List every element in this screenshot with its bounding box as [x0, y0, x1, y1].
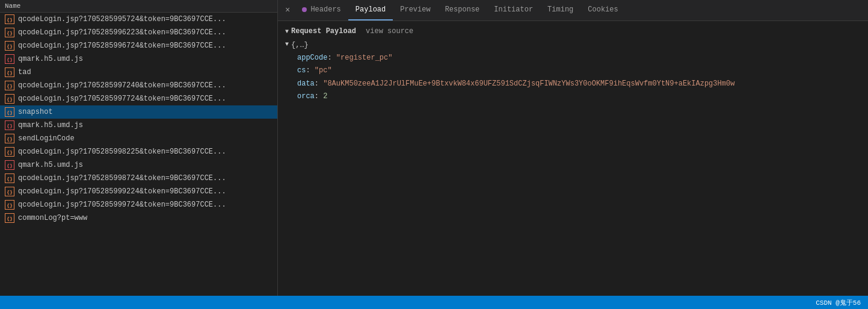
view-source-link[interactable]: view source [366, 27, 413, 36]
file-name-label: tad [18, 68, 31, 76]
file-type-icon: {} [5, 134, 14, 143]
list-item[interactable]: {}qcodeLogin.jsp?1705285995724&token=9BC… [0, 13, 277, 26]
tab-preview[interactable]: Preview [393, 0, 437, 20]
payload-title: ▼ Request Payload [285, 27, 356, 36]
file-type-icon: {} [5, 41, 14, 51]
file-name-label: qmark.h5.umd.js [18, 55, 83, 63]
json-appcode-key: appCode [297, 52, 327, 64]
list-item[interactable]: {}tad [0, 66, 277, 79]
list-item[interactable]: {}qmark.h5.umd.js [0, 52, 277, 66]
tab-label: Timing [547, 5, 573, 14]
list-item[interactable]: {}qcodeLogin.jsp?1705285998225&token=9BC… [0, 145, 277, 158]
tab-timing[interactable]: Timing [540, 0, 580, 20]
file-name-label: qcodeLogin.jsp?1705285998724&token=9BC36… [18, 174, 226, 183]
json-data-key: data [297, 78, 315, 90]
file-type-icon: {} [5, 94, 14, 104]
tab-label: Initiator [494, 5, 533, 14]
json-cs-colon: : [306, 65, 314, 76]
file-name-label: qcodeLogin.jsp?1705285997240&token=9BC36… [18, 81, 226, 90]
json-orca-key: orca [297, 91, 315, 102]
payload-content: ▼ {,…} appCode : "register_pc" cs : "pc" [278, 37, 868, 105]
json-root-line: ▼ {,…} [285, 39, 861, 52]
tab-dot-icon [302, 7, 307, 12]
tab-initiator[interactable]: Initiator [487, 0, 540, 20]
tab-label: Cookies [588, 5, 618, 14]
tab-headers[interactable]: Headers [295, 0, 348, 20]
tab-label: Payload [356, 5, 386, 14]
json-cs-key: cs [297, 65, 306, 76]
json-root-brace: {,…} [291, 40, 309, 51]
file-name-label: sendLoginCode [18, 134, 75, 143]
file-name-label: qcodeLogin.jsp?1705285998225&token=9BC36… [18, 148, 226, 156]
file-name-label: qcodeLogin.jsp?1705285996724&token=9BC36… [18, 42, 226, 50]
json-collapse-icon[interactable]: ▼ [285, 40, 289, 49]
bottom-bar-text: CSDN @鬼于56 [816, 298, 861, 307]
tabs-row: × HeadersPayloadPreviewResponseInitiator… [278, 0, 868, 21]
file-name-label: qmark.h5.umd.js [18, 161, 83, 169]
file-type-icon: {} [5, 200, 14, 210]
file-type-icon: {} [5, 14, 14, 24]
tab-response[interactable]: Response [438, 0, 487, 20]
list-item[interactable]: {}qmark.h5.umd.js [0, 119, 277, 132]
tab-label: Headers [310, 5, 340, 14]
main-container: Name {}qcodeLogin.jsp?1705285995724&toke… [0, 0, 868, 296]
file-list[interactable]: {}qcodeLogin.jsp?1705285995724&token=9BC… [0, 13, 277, 296]
json-data-line: data : "8AuKM50zeeA1J2JrUlFMuEe+9BtxvkW8… [285, 78, 861, 90]
file-name-label: qmark.h5.umd.js [18, 121, 83, 130]
file-name-label: commonLog?pt=www [18, 214, 87, 222]
payload-area: ▼ Request Payload view source ▼ {,…} app… [278, 21, 868, 296]
json-appcode-value: "register_pc" [336, 52, 393, 64]
file-name-label: qcodeLogin.jsp?1705285997724&token=9BC36… [18, 95, 226, 103]
list-item[interactable]: {}qcodeLogin.jsp?1705285999224&token=9BC… [0, 185, 277, 198]
json-appcode-colon: : [327, 52, 336, 64]
list-item[interactable]: {}snapshot [0, 105, 277, 119]
left-panel: Name {}qcodeLogin.jsp?1705285995724&toke… [0, 0, 278, 296]
list-item[interactable]: {}commonLog?pt=www [0, 211, 277, 225]
list-item[interactable]: {}qcodeLogin.jsp?1705285996223&token=9BC… [0, 26, 277, 39]
request-payload-label: Request Payload [291, 27, 356, 36]
left-panel-header: Name [0, 0, 277, 13]
payload-section-header: ▼ Request Payload view source [278, 26, 868, 37]
payload-triangle-icon: ▼ [285, 28, 289, 35]
file-type-icon: {} [5, 28, 14, 37]
file-type-icon: {} [5, 54, 14, 64]
json-orca-colon: : [315, 91, 323, 102]
json-cs-line: cs : "pc" [285, 64, 861, 77]
list-item[interactable]: {}qcodeLogin.jsp?1705285997240&token=9BC… [0, 79, 277, 92]
right-panel: × HeadersPayloadPreviewResponseInitiator… [278, 0, 868, 296]
list-item[interactable]: {}qmark.h5.umd.js [0, 158, 277, 172]
tab-cookies[interactable]: Cookies [580, 0, 625, 20]
bottom-bar: CSDN @鬼于56 [0, 296, 868, 309]
file-type-icon: {} [5, 67, 14, 77]
json-orca-line: orca : 2 [285, 90, 861, 103]
json-data-value: "8AuKM50zeeA1J2JrUlFMuEe+9BtxvkW84x69UFZ… [323, 78, 734, 90]
json-cs-value: "pc" [315, 65, 332, 76]
file-type-icon: {} [5, 173, 14, 183]
file-type-icon: {} [5, 187, 14, 196]
tab-label: Response [445, 5, 480, 14]
tab-label: Preview [400, 5, 430, 14]
file-name-label: qcodeLogin.jsp?1705285996223&token=9BC36… [18, 28, 226, 37]
file-type-icon: {} [5, 107, 14, 117]
json-data-colon: : [315, 78, 323, 90]
list-item[interactable]: {}qcodeLogin.jsp?1705285997724&token=9BC… [0, 92, 277, 105]
file-type-icon: {} [5, 120, 14, 130]
list-item[interactable]: {}qcodeLogin.jsp?1705285998724&token=9BC… [0, 172, 277, 185]
list-item[interactable]: {}qcodeLogin.jsp?1705285996724&token=9BC… [0, 39, 277, 52]
file-type-icon: {} [5, 160, 14, 170]
file-name-label: qcodeLogin.jsp?1705285999724&token=9BC36… [18, 201, 226, 209]
list-item[interactable]: {}qcodeLogin.jsp?1705285999724&token=9BC… [0, 198, 277, 211]
json-orca-value: 2 [323, 91, 327, 102]
json-appcode-line: appCode : "register_pc" [285, 52, 861, 64]
list-item[interactable]: {}sendLoginCode [0, 132, 277, 145]
file-name-label: snapshot [18, 108, 53, 116]
file-name-label: qcodeLogin.jsp?1705285995724&token=9BC36… [18, 15, 226, 23]
file-name-label: qcodeLogin.jsp?1705285999224&token=9BC36… [18, 187, 226, 196]
file-type-icon: {} [5, 213, 14, 223]
file-type-icon: {} [5, 147, 14, 157]
file-type-icon: {} [5, 81, 14, 90]
tab-close-button[interactable]: × [280, 5, 295, 15]
tab-payload[interactable]: Payload [348, 0, 393, 20]
